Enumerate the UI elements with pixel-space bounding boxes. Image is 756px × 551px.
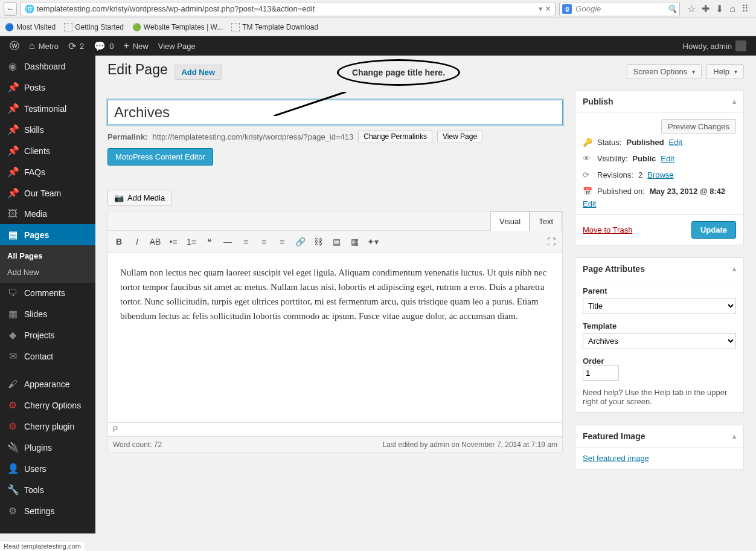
star-icon[interactable]: ☆	[687, 3, 696, 14]
toolbar-toggle-button[interactable]: ▦	[347, 234, 362, 249]
sidebar-item-clients[interactable]: 📌Clients	[0, 140, 95, 161]
subitem-all-pages[interactable]: All Pages	[0, 248, 95, 264]
sidebar-item-users[interactable]: 👤Users	[0, 458, 95, 479]
align-right-button[interactable]: ≡	[275, 234, 289, 249]
sidebar-item-faqs[interactable]: 📌FAQs	[0, 161, 95, 182]
google-icon: g	[562, 4, 572, 14]
italic-button[interactable]: I	[130, 234, 144, 249]
sidebar-item-appearance[interactable]: 🖌Appearance	[0, 374, 95, 395]
search-icon[interactable]: 🔍	[667, 4, 677, 13]
sidebar-item-settings[interactable]: ⚙Settings	[0, 500, 95, 521]
home-icon[interactable]: ⌂	[729, 4, 735, 14]
pin-icon: 📌	[7, 82, 18, 93]
comments-link[interactable]: 💬0	[89, 36, 118, 56]
sidebar-item-cherry-plugin[interactable]: ⚙Cherry plugin	[0, 416, 95, 437]
sidebar-item-media[interactable]: 🖾Media	[0, 204, 95, 224]
add-new-button[interactable]: Add New	[175, 65, 222, 80]
howdy[interactable]: Howdy, admin	[683, 40, 751, 51]
set-featured-image-link[interactable]: Set featured image	[583, 454, 649, 463]
change-permalinks-button[interactable]: Change Permalinks	[358, 130, 432, 143]
bookmark-most-visited[interactable]: 🔵Most Visited	[5, 23, 56, 31]
projects-icon: ◆	[7, 329, 18, 341]
url-text: templatetesting.com/kristy/wordpress/wp-…	[37, 4, 315, 13]
edit-date-link[interactable]: Edit	[583, 199, 596, 208]
wp-admin-bar: ⓦ ⌂Metro ⟳2 💬0 +New View Page Howdy, adm…	[0, 36, 756, 56]
order-input[interactable]	[583, 366, 619, 381]
motopress-button[interactable]: MotoPress Content Editor	[107, 148, 213, 166]
tab-visual[interactable]: Visual	[490, 211, 530, 231]
order-label: Order	[583, 356, 604, 366]
sidebar-item-dashboard[interactable]: ◉Dashboard	[0, 56, 95, 77]
sidebar-item-our-team[interactable]: 📌Our Team	[0, 182, 95, 204]
sidebar-item-slides[interactable]: ▦Slides	[0, 303, 95, 324]
bullets-button[interactable]: •≡	[166, 234, 181, 249]
template-select[interactable]: Archives	[583, 333, 736, 349]
site-link[interactable]: ⌂Metro	[24, 36, 63, 56]
tab-text[interactable]: Text	[530, 211, 562, 231]
bookmark-tm-template[interactable]: TM Template Download	[231, 23, 318, 31]
more-button[interactable]: ▤	[329, 234, 344, 249]
link-button[interactable]: 🔗	[293, 234, 307, 249]
sidebar-item-pages[interactable]: ▤Pages	[0, 224, 95, 245]
new-link[interactable]: +New	[118, 36, 153, 56]
toggle-icon[interactable]: ▴	[732, 432, 736, 440]
sidebar-item-cherry-options[interactable]: ⚙Cherry Options	[0, 395, 95, 416]
toggle-icon[interactable]: ▴	[732, 265, 736, 273]
edit-status-link[interactable]: Edit	[669, 138, 682, 147]
wrench-icon: 🔧	[7, 484, 18, 495]
feed-icon[interactable]: ✚	[702, 3, 710, 14]
move-trash-link[interactable]: Move to Trash	[583, 225, 632, 234]
comment-icon: 🗨	[7, 288, 18, 298]
add-media-button[interactable]: 📷Add Media	[107, 190, 171, 206]
bookmark-getting-started[interactable]: Getting Started	[64, 23, 124, 31]
editor: Visual Text B I AB •≡ 1≡ ❝ — ≡ ≡ ≡	[107, 211, 563, 453]
wp-logo[interactable]: ⓦ	[5, 36, 24, 56]
edit-visibility-link[interactable]: Edit	[661, 154, 674, 163]
url-bar[interactable]: 🌐 templatetesting.com/kristy/wordpress/w…	[21, 2, 556, 16]
strike-button[interactable]: AB	[148, 234, 162, 249]
sidebar-item-plugins[interactable]: 🔌Plugins	[0, 437, 95, 458]
pages-icon: ▤	[7, 229, 18, 240]
view-page-link[interactable]: View Page	[153, 36, 200, 56]
content-area: Screen Options Help Edit Page Add New Ch…	[95, 56, 756, 533]
update-button[interactable]: Update	[691, 221, 736, 239]
updates-link[interactable]: ⟳2	[63, 36, 89, 56]
browser-tools: ☆ ✚ ⬇ ⌂ ⠿	[684, 3, 752, 14]
sidebar-item-skills[interactable]: 📌Skills	[0, 119, 95, 140]
bold-button[interactable]: B	[112, 234, 126, 249]
hr-button[interactable]: —	[220, 234, 235, 249]
back-button[interactable]: ←	[4, 2, 17, 16]
fullscreen-button[interactable]: ⛶	[544, 234, 559, 249]
subitem-add-new[interactable]: Add New	[0, 264, 95, 280]
annotation-callout: Change page title here.	[337, 59, 460, 86]
browser-nav: ← 🌐 templatetesting.com/kristy/wordpress…	[0, 0, 756, 18]
sidebar-item-projects[interactable]: ◆Projects	[0, 324, 95, 346]
unlink-button[interactable]: ⛓	[311, 234, 325, 249]
preview-changes-button[interactable]: Preview Changes	[661, 119, 736, 134]
numbers-button[interactable]: 1≡	[184, 234, 199, 249]
puzzle-icon[interactable]: ⠿	[742, 3, 749, 14]
align-left-button[interactable]: ≡	[239, 234, 253, 249]
attrs-help-text: Need help? Use the Help tab in the upper…	[583, 388, 736, 406]
pin-icon: 📌	[7, 166, 18, 178]
shortcode-button[interactable]: ✦▾	[365, 234, 380, 249]
sidebar-item-testimonial[interactable]: 📌Testimonial	[0, 98, 95, 119]
sidebar-item-tools[interactable]: 🔧Tools	[0, 479, 95, 500]
browse-revisions-link[interactable]: Browse	[647, 170, 673, 179]
dashboard-icon: ◉	[7, 60, 18, 72]
view-page-button[interactable]: View Page	[437, 130, 482, 143]
search-box[interactable]: g Google 🔍	[559, 2, 680, 16]
sidebar-item-comments[interactable]: 🗨Comments	[0, 283, 95, 303]
editor-body[interactable]: Nullam non lectus nec quam laoreet susci…	[108, 253, 562, 422]
sidebar-item-posts[interactable]: 📌Posts	[0, 77, 95, 98]
parent-label: Parent	[583, 286, 607, 295]
stop-icon[interactable]: ▾ ✕	[539, 4, 552, 13]
permalink-row: Permalink: http://templatetesting.com/kr…	[107, 130, 563, 143]
align-center-button[interactable]: ≡	[257, 234, 271, 249]
toggle-icon[interactable]: ▴	[732, 97, 736, 106]
sidebar-item-contact[interactable]: ✉Contact	[0, 346, 95, 367]
parent-select[interactable]: Title	[583, 298, 736, 314]
download-icon[interactable]: ⬇	[716, 3, 723, 14]
quote-button[interactable]: ❝	[202, 234, 217, 249]
bookmark-website-templates[interactable]: 🟢Website Templates | W...	[132, 23, 223, 31]
